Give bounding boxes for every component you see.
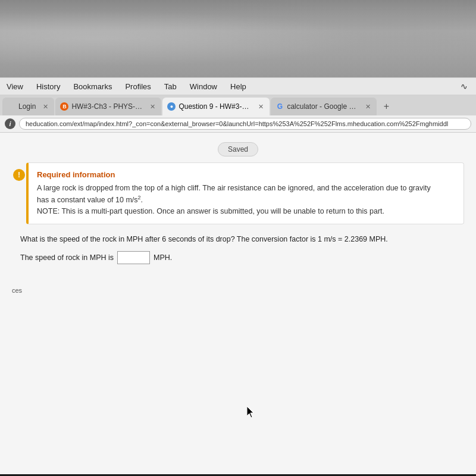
tab-favicon-calculator: G xyxy=(275,102,284,111)
wifi-icon: ∿ xyxy=(457,80,471,92)
tab-close-question9[interactable]: ✕ xyxy=(256,102,265,111)
tab-close-hw3[interactable]: ✕ xyxy=(148,102,156,111)
answer-prefix: The speed of rock in MPH is xyxy=(20,253,114,262)
question-section: What is the speed of the rock in MPH aft… xyxy=(0,234,476,264)
cursor xyxy=(247,406,254,418)
tab-label-calculator: calculator - Google Search xyxy=(287,102,358,111)
tab-hw3[interactable]: B HW#3-Ch3 - PHYS-1410 KT01 ✕ xyxy=(55,98,161,115)
tab-label-hw3: HW#3-Ch3 - PHYS-1410 KT01 xyxy=(71,102,143,111)
answer-input[interactable] xyxy=(117,251,150,264)
tab-favicon-login xyxy=(7,102,15,111)
menu-help[interactable]: Help xyxy=(228,82,248,92)
menu-history[interactable]: History xyxy=(35,82,62,92)
tab-bar: Login ✕ B HW#3-Ch3 - PHYS-1410 KT01 ✕ ● … xyxy=(0,95,476,115)
tab-calculator[interactable]: G calculator - Google Search ✕ xyxy=(271,98,377,115)
svg-marker-0 xyxy=(247,406,253,418)
exclamation-icon: ! xyxy=(13,169,25,181)
tab-login[interactable]: Login ✕ xyxy=(2,98,54,115)
menu-bookmarks[interactable]: Bookmarks xyxy=(71,82,114,92)
tab-close-calculator[interactable]: ✕ xyxy=(364,102,372,111)
saved-button[interactable]: Saved xyxy=(218,142,258,156)
menu-tab[interactable]: Tab xyxy=(162,82,178,92)
menu-profiles[interactable]: Profiles xyxy=(123,82,152,92)
browser-chrome: View History Bookmarks Profiles Tab Wind… xyxy=(0,77,476,133)
new-tab-button[interactable]: + xyxy=(378,98,394,115)
menu-bar: View History Bookmarks Profiles Tab Wind… xyxy=(0,78,476,95)
tab-label-question9: Question 9 - HW#3-Ch3 - Con xyxy=(178,102,251,111)
menu-view[interactable]: View xyxy=(5,82,25,92)
saved-bar: Saved xyxy=(0,139,476,162)
tab-close-login[interactable]: ✕ xyxy=(41,102,49,111)
address-bar-row: i heducation.com/ext/map/index.html?_con… xyxy=(0,115,476,133)
tab-label-login: Login xyxy=(18,102,36,111)
content-area: ! Required information A large rock is d… xyxy=(0,162,476,224)
top-photo xyxy=(0,0,476,77)
address-bar[interactable]: heducation.com/ext/map/index.html?_con=c… xyxy=(19,118,471,130)
superscript-2: 2 xyxy=(138,195,141,201)
menu-window[interactable]: Window xyxy=(188,82,219,92)
answer-suffix: MPH. xyxy=(154,253,172,262)
tab-favicon-hw3: B xyxy=(60,102,68,111)
required-info-body: A large rock is dropped from the top of … xyxy=(37,183,455,217)
required-info-title: Required information xyxy=(37,170,455,179)
question-text: What is the speed of the rock in MPH aft… xyxy=(20,234,464,245)
page-content: Saved ! Required information A large roc… xyxy=(0,133,476,474)
page-info-icon[interactable]: i xyxy=(5,118,15,129)
tab-favicon-question9: ● xyxy=(167,102,176,111)
answer-row: The speed of rock in MPH is MPH. xyxy=(20,251,464,264)
required-info-box: ! Required information A large rock is d… xyxy=(26,162,464,224)
ces-label: ces xyxy=(0,282,476,299)
tab-question9[interactable]: ● Question 9 - HW#3-Ch3 - Con ✕ xyxy=(162,98,270,115)
